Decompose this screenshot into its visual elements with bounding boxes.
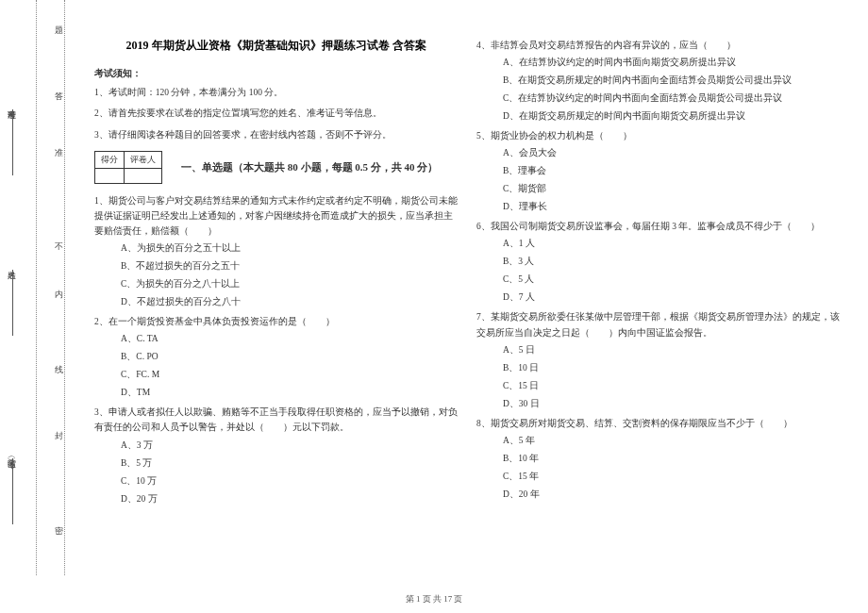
- q5-opt-a: A、会员大会: [503, 147, 840, 159]
- seal-char-feng: 封: [53, 424, 65, 432]
- page-footer: 第 1 页 共 17 页: [0, 593, 868, 605]
- q4-opt-c: C、在结算协议约定的时间内书面向全面结算会员期货公司提出异议: [503, 92, 840, 105]
- field-ticket: 准考证号: [6, 104, 18, 179]
- score-blank-2: [125, 168, 162, 183]
- q7-opt-d: D、30 日: [503, 398, 840, 410]
- content-area: 2019 年期货从业资格《期货基础知识》押题练习试卷 含答案 考试须知： 1、考…: [75, 0, 868, 613]
- score-col-score: 得分: [95, 151, 125, 168]
- q2-opt-a: A、C. TA: [121, 333, 458, 345]
- q6-opt-d: D、7 人: [503, 291, 840, 304]
- left-column: 2019 年期货从业资格《期货基础知识》押题练习试卷 含答案 考试须知： 1、考…: [85, 38, 467, 594]
- field-ticket-line: [12, 109, 13, 175]
- q2-opt-d: D、TM: [121, 387, 458, 399]
- seal-char-xian: 线: [53, 358, 65, 366]
- q1-opt-c: C、为损失的百分之八十以上: [121, 278, 458, 290]
- notice-heading: 考试须知：: [94, 67, 458, 80]
- q1-opt-d: D、不超过损失的百分之八十: [121, 296, 458, 308]
- notice-line-1: 1、考试时间：120 分钟，本卷满分为 100 分。: [94, 86, 458, 99]
- q4-opt-a: A、在结算协议约定的时间内书面向期货交易所提出异议: [503, 57, 840, 69]
- field-province: 省（市区）: [6, 453, 18, 528]
- field-province-line: [12, 458, 13, 524]
- notice-line-3: 3、请仔细阅读各种题目的回答要求，在密封线内答题，否则不予评分。: [94, 128, 458, 141]
- seal-char-da: 答: [53, 85, 65, 92]
- q3-opt-c: C、10 万: [121, 475, 458, 488]
- q3-stem: 3、申请人或者拟任人以欺骗、贿赂等不正当手段取得任职资格的，应当予以撤销，对负有…: [94, 405, 458, 435]
- seal-char-ti: 题: [53, 19, 65, 26]
- score-table: 得分 评卷人: [94, 151, 162, 184]
- q4-opt-b: B、在期货交易所规定的时间内书面向全面结算会员期货公司提出异议: [503, 75, 840, 87]
- q2-opt-b: B、C. PO: [121, 351, 458, 363]
- q3-opt-d: D、20 万: [121, 493, 458, 505]
- score-box: 得分 评卷人 一、单选题（本大题共 80 小题，每题 0.5 分，共 40 分）: [94, 151, 458, 184]
- field-name: 姓名: [6, 264, 18, 340]
- q2-stem: 2、在一个期货投资基金中具体负责投资运作的是（ ）: [94, 314, 458, 329]
- q8-opt-b: B、10 年: [503, 453, 840, 465]
- q2-opt-c: C、FC. M: [121, 369, 458, 381]
- q8-opt-d: D、20 年: [503, 489, 840, 501]
- seal-char-zhun: 准: [53, 141, 65, 149]
- q6-opt-c: C、5 人: [503, 273, 840, 286]
- score-col-grader: 评卷人: [125, 151, 162, 168]
- exam-title: 2019 年期货从业资格《期货基础知识》押题练习试卷 含答案: [94, 38, 458, 54]
- binding-dotted-line-outer: [36, 0, 37, 575]
- seal-char-bu: 不: [53, 236, 65, 243]
- right-column: 4、非结算会员对交易结算报告的内容有异议的，应当（ ） A、在结算协议约定的时间…: [467, 38, 849, 594]
- exam-page: 密 封 线 内 不 准 答 题 省（市区） 姓名 准考证号 2019 年期货从业…: [0, 0, 868, 613]
- q8-opt-c: C、15 年: [503, 471, 840, 483]
- q6-opt-b: B、3 人: [503, 256, 840, 268]
- q3-opt-b: B、5 万: [121, 457, 458, 470]
- q7-stem: 7、某期货交易所欲委任张某做中层管理干部，根据《期货交易所管理办法》的规定，该交…: [476, 309, 840, 340]
- score-blank-1: [95, 168, 125, 183]
- section-1-title: 一、单选题（本大题共 80 小题，每题 0.5 分，共 40 分）: [181, 160, 438, 174]
- field-name-line: [12, 270, 13, 336]
- q8-opt-a: A、5 年: [503, 435, 840, 447]
- q5-stem: 5、期货业协会的权力机构是（ ）: [476, 128, 840, 143]
- q5-opt-b: B、理事会: [503, 165, 840, 177]
- seal-char-mi: 密: [53, 519, 65, 526]
- q4-stem: 4、非结算会员对交易结算报告的内容有异议的，应当（ ）: [476, 38, 840, 53]
- notice-line-2: 2、请首先按要求在试卷的指定位置填写您的姓名、准考证号等信息。: [94, 107, 458, 120]
- q1-opt-b: B、不超过损失的百分之五十: [121, 260, 458, 273]
- seal-char-nei: 内: [53, 283, 65, 290]
- binding-margin: 密 封 线 内 不 准 答 题 省（市区） 姓名 准考证号: [0, 0, 75, 613]
- q7-opt-c: C、15 日: [503, 380, 840, 392]
- q7-opt-b: B、10 日: [503, 362, 840, 374]
- q6-opt-a: A、1 人: [503, 238, 840, 250]
- q6-stem: 6、我国公司制期货交易所设监事会，每届任期 3 年。监事会成员不得少于（ ）: [476, 219, 840, 234]
- q1-opt-a: A、为损失的百分之五十以上: [121, 242, 458, 255]
- q3-opt-a: A、3 万: [121, 439, 458, 452]
- q7-opt-a: A、5 日: [503, 344, 840, 356]
- q8-stem: 8、期货交易所对期货交易、结算、交割资料的保存期限应当不少于（ ）: [476, 416, 840, 431]
- q5-opt-c: C、期货部: [503, 183, 840, 195]
- q1-stem: 1、期货公司与客户对交易结算结果的通知方式未作约定或者约定不明确，期货公司未能提…: [94, 193, 458, 239]
- q4-opt-d: D、在期货交易所规定的时间内书面向期货交易所提出异议: [503, 110, 840, 123]
- q5-opt-d: D、理事长: [503, 201, 840, 213]
